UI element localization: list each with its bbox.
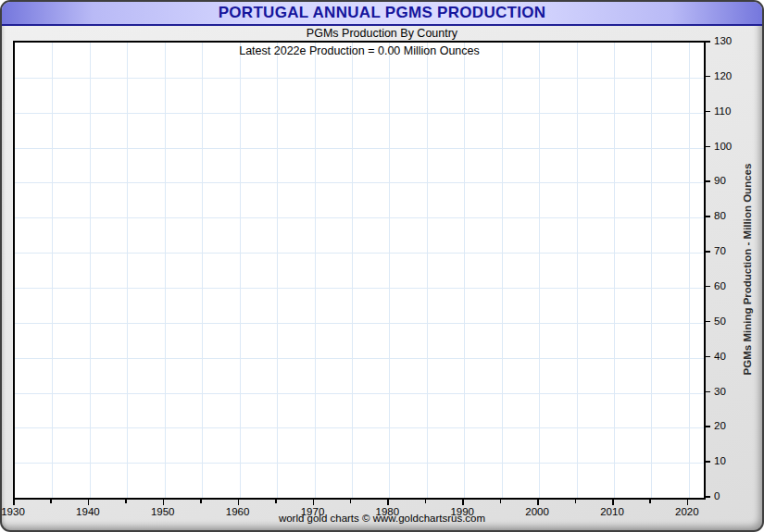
y-tick-mark	[706, 426, 710, 427]
vertical-gridline	[315, 43, 316, 498]
x-tick-mark	[163, 500, 165, 505]
vertical-gridline	[127, 43, 128, 498]
y-tick-label: 20	[714, 420, 726, 431]
vertical-gridline	[577, 43, 578, 498]
y-axis-title: PGMs Mining Production - Million Ounces	[742, 140, 755, 399]
chart-window: PORTUGAL ANNUAL PGMS PRODUCTION PGMs Pro…	[0, 0, 764, 532]
x-tick-mark	[500, 500, 502, 503]
chart-title: PORTUGAL ANNUAL PGMS PRODUCTION	[219, 4, 546, 21]
y-tick-label: 50	[714, 315, 726, 327]
y-tick-mark	[706, 111, 710, 113]
x-tick-mark	[425, 500, 427, 503]
x-tick-mark	[50, 500, 52, 503]
vertical-gridline	[90, 43, 91, 498]
horizontal-gridline	[15, 323, 704, 324]
plot-area: Latest 2022e Production = 0.00 Million O…	[13, 41, 706, 500]
x-tick-mark	[313, 500, 315, 505]
y-tick-label: 70	[714, 245, 726, 256]
x-tick-mark	[649, 500, 651, 503]
horizontal-gridline	[15, 78, 704, 79]
footer-attribution: world gold charts © www.goldchartsrus.co…	[2, 513, 762, 524]
y-tick-label: 110	[714, 105, 731, 117]
vertical-gridline	[689, 43, 690, 498]
y-tick-mark	[706, 391, 710, 393]
y-tick-label: 60	[714, 280, 726, 291]
vertical-gridline	[352, 43, 353, 498]
x-tick-mark	[275, 500, 277, 503]
x-tick-mark	[350, 500, 352, 503]
y-tick-label: 90	[714, 175, 726, 186]
x-tick-mark	[537, 500, 539, 505]
y-tick-mark	[706, 321, 710, 323]
x-tick-mark	[200, 500, 202, 503]
chart-subtitle: PGMs Production By Country	[2, 26, 762, 41]
y-tick-mark	[706, 180, 710, 182]
vertical-gridline	[389, 43, 390, 498]
y-tick-mark	[706, 76, 710, 78]
horizontal-gridline	[15, 182, 704, 183]
vertical-gridline	[539, 43, 540, 498]
vertical-gridline	[464, 43, 465, 498]
horizontal-gridline	[15, 253, 704, 254]
y-tick-mark	[706, 461, 710, 463]
title-bar: PORTUGAL ANNUAL PGMS PRODUCTION	[2, 2, 762, 26]
y-tick-label: 0	[714, 490, 720, 501]
x-tick-mark	[13, 500, 15, 505]
x-tick-mark	[575, 500, 577, 503]
y-tick-mark	[706, 146, 710, 148]
y-tick-label: 130	[714, 35, 732, 46]
vertical-gridline	[277, 43, 278, 498]
horizontal-gridline	[15, 358, 704, 359]
vertical-gridline	[165, 43, 166, 498]
x-tick-mark	[462, 500, 464, 505]
horizontal-gridline	[15, 113, 704, 114]
vertical-gridline	[502, 43, 503, 498]
y-tick-label: 30	[714, 386, 726, 397]
x-tick-mark	[238, 500, 240, 505]
y-tick-label: 10	[714, 455, 726, 466]
vertical-gridline	[427, 43, 428, 498]
horizontal-gridline	[15, 217, 704, 218]
y-tick-label: 40	[714, 351, 726, 362]
vertical-gridline	[240, 43, 241, 498]
x-tick-mark	[687, 500, 689, 505]
horizontal-gridline	[15, 393, 704, 394]
y-tick-mark	[706, 251, 710, 253]
vertical-gridline	[614, 43, 615, 498]
x-tick-mark	[88, 500, 90, 505]
horizontal-gridline	[15, 148, 704, 149]
y-tick-label: 80	[714, 210, 726, 221]
horizontal-gridline	[15, 288, 704, 289]
y-tick-mark	[706, 216, 710, 217]
horizontal-gridline	[15, 427, 704, 428]
x-tick-mark	[387, 500, 389, 505]
y-tick-mark	[706, 496, 710, 498]
vertical-gridline	[52, 43, 53, 498]
y-tick-mark	[706, 286, 710, 288]
x-tick-mark	[125, 500, 127, 503]
x-tick-mark	[612, 500, 614, 505]
horizontal-gridline	[15, 463, 704, 464]
y-tick-label: 120	[714, 70, 732, 81]
vertical-gridline	[651, 43, 652, 498]
y-tick-label: 100	[714, 141, 732, 152]
y-tick-mark	[706, 41, 710, 43]
y-tick-mark	[706, 356, 710, 358]
vertical-gridline	[202, 43, 203, 498]
latest-production-annotation: Latest 2022e Production = 0.00 Million O…	[15, 44, 704, 57]
